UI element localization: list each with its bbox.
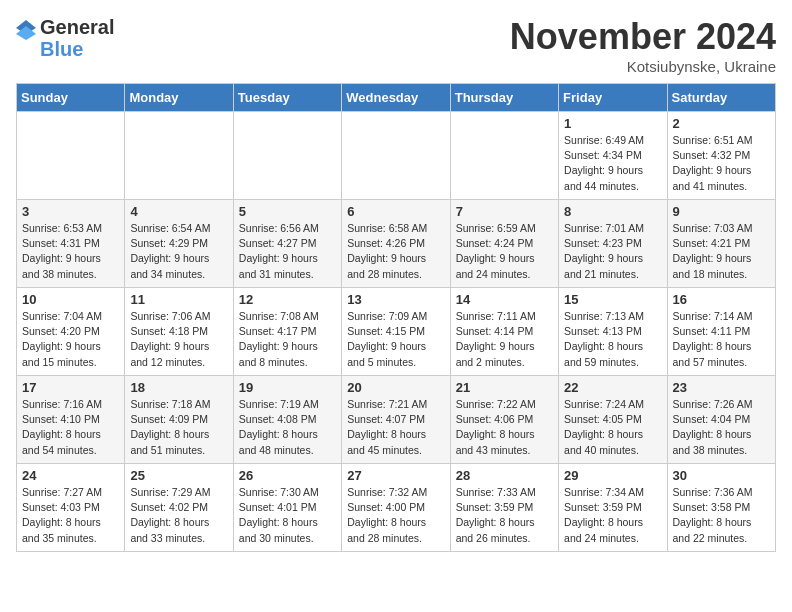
day-number: 2 [673, 116, 770, 131]
day-number: 4 [130, 204, 227, 219]
day-info: Sunrise: 7:06 AM Sunset: 4:18 PM Dayligh… [130, 309, 227, 370]
day-cell: 18Sunrise: 7:18 AM Sunset: 4:09 PM Dayli… [125, 376, 233, 464]
day-info: Sunrise: 7:32 AM Sunset: 4:00 PM Dayligh… [347, 485, 444, 546]
day-number: 19 [239, 380, 336, 395]
day-info: Sunrise: 6:51 AM Sunset: 4:32 PM Dayligh… [673, 133, 770, 194]
logo: General Blue [16, 16, 114, 60]
weekday-header-sunday: Sunday [17, 84, 125, 112]
day-cell: 26Sunrise: 7:30 AM Sunset: 4:01 PM Dayli… [233, 464, 341, 552]
calendar-table: SundayMondayTuesdayWednesdayThursdayFrid… [16, 83, 776, 552]
day-cell: 30Sunrise: 7:36 AM Sunset: 3:58 PM Dayli… [667, 464, 775, 552]
day-cell: 22Sunrise: 7:24 AM Sunset: 4:05 PM Dayli… [559, 376, 667, 464]
day-number: 6 [347, 204, 444, 219]
logo-bird-icon [16, 20, 36, 56]
day-cell: 5Sunrise: 6:56 AM Sunset: 4:27 PM Daylig… [233, 200, 341, 288]
week-row-1: 1Sunrise: 6:49 AM Sunset: 4:34 PM Daylig… [17, 112, 776, 200]
day-cell: 23Sunrise: 7:26 AM Sunset: 4:04 PM Dayli… [667, 376, 775, 464]
day-number: 30 [673, 468, 770, 483]
day-number: 23 [673, 380, 770, 395]
day-cell [233, 112, 341, 200]
day-cell: 1Sunrise: 6:49 AM Sunset: 4:34 PM Daylig… [559, 112, 667, 200]
day-number: 3 [22, 204, 119, 219]
day-number: 9 [673, 204, 770, 219]
day-number: 14 [456, 292, 553, 307]
day-info: Sunrise: 6:54 AM Sunset: 4:29 PM Dayligh… [130, 221, 227, 282]
day-cell: 11Sunrise: 7:06 AM Sunset: 4:18 PM Dayli… [125, 288, 233, 376]
day-cell: 21Sunrise: 7:22 AM Sunset: 4:06 PM Dayli… [450, 376, 558, 464]
day-cell: 27Sunrise: 7:32 AM Sunset: 4:00 PM Dayli… [342, 464, 450, 552]
week-row-4: 17Sunrise: 7:16 AM Sunset: 4:10 PM Dayli… [17, 376, 776, 464]
day-number: 20 [347, 380, 444, 395]
day-number: 24 [22, 468, 119, 483]
weekday-header-monday: Monday [125, 84, 233, 112]
logo-text-general: General [40, 16, 114, 38]
day-info: Sunrise: 7:01 AM Sunset: 4:23 PM Dayligh… [564, 221, 661, 282]
weekday-header-saturday: Saturday [667, 84, 775, 112]
day-info: Sunrise: 7:03 AM Sunset: 4:21 PM Dayligh… [673, 221, 770, 282]
day-cell: 12Sunrise: 7:08 AM Sunset: 4:17 PM Dayli… [233, 288, 341, 376]
day-info: Sunrise: 7:22 AM Sunset: 4:06 PM Dayligh… [456, 397, 553, 458]
day-number: 27 [347, 468, 444, 483]
weekday-header-friday: Friday [559, 84, 667, 112]
day-info: Sunrise: 7:11 AM Sunset: 4:14 PM Dayligh… [456, 309, 553, 370]
day-number: 12 [239, 292, 336, 307]
day-number: 25 [130, 468, 227, 483]
day-cell: 3Sunrise: 6:53 AM Sunset: 4:31 PM Daylig… [17, 200, 125, 288]
location: Kotsiubynske, Ukraine [510, 58, 776, 75]
day-cell: 8Sunrise: 7:01 AM Sunset: 4:23 PM Daylig… [559, 200, 667, 288]
day-number: 8 [564, 204, 661, 219]
day-info: Sunrise: 7:33 AM Sunset: 3:59 PM Dayligh… [456, 485, 553, 546]
day-number: 1 [564, 116, 661, 131]
day-number: 16 [673, 292, 770, 307]
day-cell: 24Sunrise: 7:27 AM Sunset: 4:03 PM Dayli… [17, 464, 125, 552]
day-info: Sunrise: 6:53 AM Sunset: 4:31 PM Dayligh… [22, 221, 119, 282]
week-row-5: 24Sunrise: 7:27 AM Sunset: 4:03 PM Dayli… [17, 464, 776, 552]
weekday-header-tuesday: Tuesday [233, 84, 341, 112]
day-number: 13 [347, 292, 444, 307]
day-cell [125, 112, 233, 200]
day-number: 18 [130, 380, 227, 395]
day-cell: 9Sunrise: 7:03 AM Sunset: 4:21 PM Daylig… [667, 200, 775, 288]
day-cell: 25Sunrise: 7:29 AM Sunset: 4:02 PM Dayli… [125, 464, 233, 552]
title-block: November 2024 Kotsiubynske, Ukraine [510, 16, 776, 75]
weekday-header-row: SundayMondayTuesdayWednesdayThursdayFrid… [17, 84, 776, 112]
day-number: 26 [239, 468, 336, 483]
day-info: Sunrise: 7:34 AM Sunset: 3:59 PM Dayligh… [564, 485, 661, 546]
day-info: Sunrise: 6:49 AM Sunset: 4:34 PM Dayligh… [564, 133, 661, 194]
day-info: Sunrise: 7:21 AM Sunset: 4:07 PM Dayligh… [347, 397, 444, 458]
day-info: Sunrise: 7:16 AM Sunset: 4:10 PM Dayligh… [22, 397, 119, 458]
day-info: Sunrise: 7:27 AM Sunset: 4:03 PM Dayligh… [22, 485, 119, 546]
day-info: Sunrise: 6:56 AM Sunset: 4:27 PM Dayligh… [239, 221, 336, 282]
week-row-2: 3Sunrise: 6:53 AM Sunset: 4:31 PM Daylig… [17, 200, 776, 288]
header: General Blue November 2024 Kotsiubynske,… [16, 16, 776, 75]
day-info: Sunrise: 7:09 AM Sunset: 4:15 PM Dayligh… [347, 309, 444, 370]
day-number: 17 [22, 380, 119, 395]
day-number: 28 [456, 468, 553, 483]
day-number: 7 [456, 204, 553, 219]
day-info: Sunrise: 7:13 AM Sunset: 4:13 PM Dayligh… [564, 309, 661, 370]
day-info: Sunrise: 7:26 AM Sunset: 4:04 PM Dayligh… [673, 397, 770, 458]
day-cell: 7Sunrise: 6:59 AM Sunset: 4:24 PM Daylig… [450, 200, 558, 288]
day-cell: 10Sunrise: 7:04 AM Sunset: 4:20 PM Dayli… [17, 288, 125, 376]
day-info: Sunrise: 7:14 AM Sunset: 4:11 PM Dayligh… [673, 309, 770, 370]
day-cell: 2Sunrise: 6:51 AM Sunset: 4:32 PM Daylig… [667, 112, 775, 200]
day-cell: 19Sunrise: 7:19 AM Sunset: 4:08 PM Dayli… [233, 376, 341, 464]
day-cell: 14Sunrise: 7:11 AM Sunset: 4:14 PM Dayli… [450, 288, 558, 376]
day-info: Sunrise: 7:36 AM Sunset: 3:58 PM Dayligh… [673, 485, 770, 546]
day-cell: 29Sunrise: 7:34 AM Sunset: 3:59 PM Dayli… [559, 464, 667, 552]
day-info: Sunrise: 6:59 AM Sunset: 4:24 PM Dayligh… [456, 221, 553, 282]
day-cell [17, 112, 125, 200]
day-number: 10 [22, 292, 119, 307]
day-number: 11 [130, 292, 227, 307]
day-number: 29 [564, 468, 661, 483]
day-cell [450, 112, 558, 200]
day-cell: 16Sunrise: 7:14 AM Sunset: 4:11 PM Dayli… [667, 288, 775, 376]
day-cell: 20Sunrise: 7:21 AM Sunset: 4:07 PM Dayli… [342, 376, 450, 464]
month-title: November 2024 [510, 16, 776, 58]
day-info: Sunrise: 7:24 AM Sunset: 4:05 PM Dayligh… [564, 397, 661, 458]
week-row-3: 10Sunrise: 7:04 AM Sunset: 4:20 PM Dayli… [17, 288, 776, 376]
weekday-header-wednesday: Wednesday [342, 84, 450, 112]
weekday-header-thursday: Thursday [450, 84, 558, 112]
day-info: Sunrise: 7:18 AM Sunset: 4:09 PM Dayligh… [130, 397, 227, 458]
logo-text-blue: Blue [40, 38, 114, 60]
